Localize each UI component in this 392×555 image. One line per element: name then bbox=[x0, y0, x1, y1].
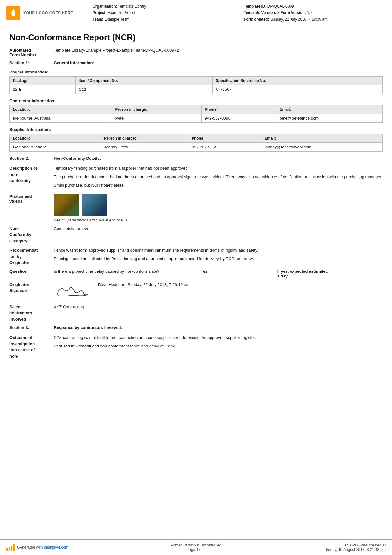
supplier-location: Geelong, Australia bbox=[10, 143, 101, 152]
signature-area: Dave Hodgson, Sunday, 22 July 2018, 7:26… bbox=[54, 282, 383, 301]
section2-label: Section 2: bbox=[9, 156, 54, 161]
form-version-value: 1.7 bbox=[307, 10, 312, 15]
section3-value: Response by contractors involved: bbox=[54, 325, 122, 330]
team-value: Example Team bbox=[104, 17, 129, 22]
contractor-phone: 949-567-0090 bbox=[202, 114, 276, 123]
footer-generated-text: Generated with dashpivot.com bbox=[17, 545, 68, 550]
logo-area: YOUR LOGO GOES HERE bbox=[6, 3, 80, 22]
form-created-value: Sunday, 22 July 2018, 7:18:09 am bbox=[270, 17, 328, 22]
signature-value: Dave Hodgson, Sunday, 22 July 2018, 7:26… bbox=[54, 282, 383, 301]
contractor-col-email: Email: bbox=[276, 105, 383, 114]
description-p3: Small purchase, but NCR nonetheless. bbox=[54, 182, 383, 189]
table-row: Melbourne, Australia Pete 949-567-0090 p… bbox=[10, 114, 383, 123]
description-label: Description ofnon-conformity bbox=[9, 165, 54, 190]
contractors-label: Selectcontractorsinvolved: bbox=[9, 304, 54, 322]
supplier-email: johnny@fencedlivery.com bbox=[261, 143, 383, 152]
question-estimate: If yes, expected estimate:: 1 day bbox=[277, 269, 383, 278]
contractor-col-phone: Phone: bbox=[202, 105, 276, 114]
contractor-col-location: Location: bbox=[10, 105, 112, 114]
template-id-label: Template ID: bbox=[244, 4, 266, 9]
photos-thumbs bbox=[54, 194, 383, 216]
section2-row: Section 2: Non-Conformity Details: bbox=[9, 156, 383, 161]
project-value: Example Project bbox=[108, 10, 135, 15]
outcome-p2: Resulted in wrongful and non-conformant … bbox=[54, 343, 383, 350]
question-answer: Yes bbox=[200, 269, 271, 274]
form-number-row: AutomatedForm Number Template Library-Ex… bbox=[9, 48, 383, 57]
question-row: Question: Is there a project time delay … bbox=[9, 269, 383, 278]
signature-signer: Dave Hodgson, Sunday, 22 July 2018, 7:26… bbox=[98, 282, 190, 288]
project-label: Project: bbox=[93, 10, 107, 15]
footer-page: Page 1 of 4 bbox=[186, 547, 205, 552]
page-footer: Generated with dashpivot.com Printed ver… bbox=[0, 539, 392, 555]
supplier-info-heading: Supplier Information: bbox=[9, 127, 383, 132]
recommendation-p2: Fencing should be collected by Pete's fe… bbox=[54, 256, 383, 262]
form-version-label: Form Version: bbox=[280, 10, 306, 15]
description-row: Description ofnon-conformity Temporary f… bbox=[9, 165, 383, 190]
footer-bars-icon bbox=[6, 544, 15, 551]
contractor-person: Pete bbox=[112, 114, 202, 123]
footer-center: Printed version is uncontrolled Page 1 o… bbox=[135, 543, 257, 552]
bar-1 bbox=[6, 548, 8, 551]
section1-label: Section 1: bbox=[9, 60, 54, 65]
section2-value: Non-Conformity Details: bbox=[54, 156, 101, 161]
main-content: Non-Conformance Report (NCR) AutomatedFo… bbox=[0, 26, 392, 381]
page-header: YOUR LOGO GOES HERE Organisation: Templa… bbox=[0, 0, 392, 26]
project-info-table: Package Item / Component No: Specificati… bbox=[9, 76, 383, 94]
section3-row: Section 3: Response by contractors invol… bbox=[9, 325, 383, 330]
bar-2 bbox=[9, 547, 10, 551]
project-col-item: Item / Component No: bbox=[75, 77, 212, 85]
photos-row: Photos andvideos See full page photos at… bbox=[9, 194, 383, 222]
photos-note: See full page photos attached at end of … bbox=[54, 218, 383, 222]
recommendation-row: Recommendation byOriginator: Fence wasn'… bbox=[9, 247, 383, 266]
category-value: Completely remove bbox=[54, 226, 383, 244]
supplier-col-location: Location: bbox=[10, 134, 101, 143]
table-row: 12-B C12 C-76567 bbox=[10, 85, 383, 94]
section1-row: Section 1: General Information: bbox=[9, 60, 383, 65]
outcome-value: XYZ contracting was at fault for not con… bbox=[54, 334, 383, 359]
table-row: Geelong, Australia Johnny Crew 957-767-5… bbox=[10, 143, 383, 152]
template-version-value: 3 bbox=[277, 10, 279, 15]
outcome-p1: XYZ contracting was at fault for not con… bbox=[54, 334, 383, 341]
photos-content: See full page photos attached at end of … bbox=[54, 194, 383, 222]
footer-uncontrolled: Printed version is uncontrolled bbox=[171, 543, 222, 547]
team-label: Team: bbox=[93, 17, 103, 22]
category-label: Non-ConformityCategory bbox=[9, 226, 54, 244]
contractors-row: Selectcontractorsinvolved: XYZ Contracti… bbox=[9, 304, 383, 322]
section3-label: Section 3: bbox=[9, 325, 54, 330]
report-title: Non-Conformance Report (NCR) bbox=[9, 33, 383, 45]
project-package: 12-B bbox=[10, 85, 76, 94]
header-meta-right: Template ID: DP-QUAL-0009 Template Versi… bbox=[244, 3, 386, 22]
signature-label: OriginatorSignature: bbox=[9, 282, 54, 301]
recommendation-p1: Fence wasn't form approved supplier and … bbox=[54, 247, 383, 254]
category-row: Non-ConformityCategory Completely remove bbox=[9, 226, 383, 244]
footer-created-label: This PDF was created at bbox=[344, 543, 386, 547]
estimate-value: 1 day bbox=[277, 274, 288, 278]
footer-logo-area: Generated with dashpivot.com bbox=[6, 544, 129, 551]
bar-4 bbox=[13, 544, 15, 551]
project-item: C12 bbox=[75, 85, 212, 94]
project-col-package: Package bbox=[10, 77, 76, 85]
contractor-location: Melbourne, Australia bbox=[10, 114, 112, 123]
signature-row: OriginatorSignature: Dave Hodgson, Sunda… bbox=[9, 282, 383, 301]
photo-thumb-2 bbox=[82, 194, 107, 216]
org-label: Organisation: bbox=[93, 4, 117, 9]
footer-created-date: Friday, 10 August 2018, 8:21:12 pm bbox=[326, 547, 386, 552]
org-value: Template Library bbox=[118, 4, 146, 9]
question-content: Is there a project time delay caused by … bbox=[54, 269, 383, 278]
photos-label: Photos andvideos bbox=[9, 194, 54, 222]
description-p1: Temporary fencing purchased from a suppl… bbox=[54, 165, 383, 172]
header-meta-left: Organisation: Template Library Project: … bbox=[93, 3, 235, 22]
logo-text: YOUR LOGO GOES HERE bbox=[23, 11, 73, 15]
description-p2: The purchase order document had not been… bbox=[54, 174, 383, 180]
recommendation-label: Recommendation byOriginator: bbox=[9, 247, 54, 266]
supplier-info-table: Location: Person in charge: Phone: Email… bbox=[9, 134, 383, 152]
question-text: Is there a project time delay caused by … bbox=[54, 269, 194, 274]
dashpivot-link[interactable]: dashpivot.com bbox=[44, 545, 68, 550]
supplier-col-person: Person in charge: bbox=[101, 134, 188, 143]
header-meta: Organisation: Template Library Project: … bbox=[86, 3, 386, 22]
project-info-heading: Project Information: bbox=[9, 70, 383, 74]
contractor-info-heading: Contractor Information: bbox=[9, 98, 383, 103]
project-col-spec: Specification Reference No: bbox=[212, 77, 382, 85]
template-id-value: DP-QUAL-0009 bbox=[267, 4, 294, 9]
signature-image bbox=[54, 282, 92, 301]
